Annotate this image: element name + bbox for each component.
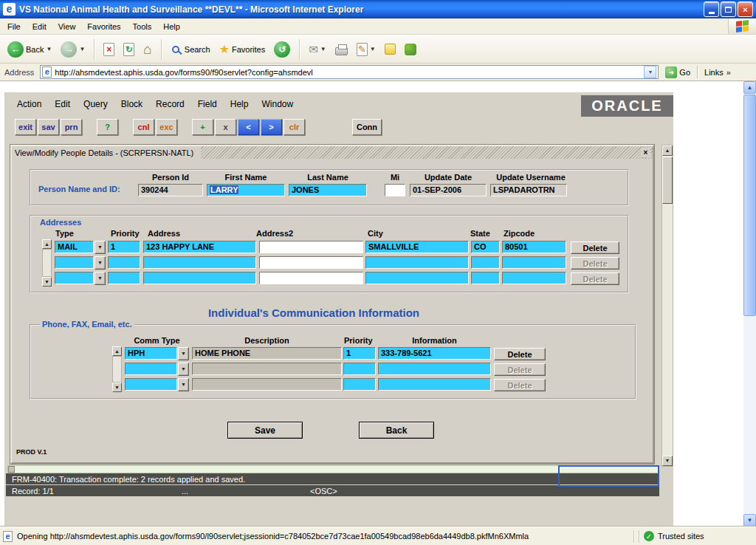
address-delete-button[interactable]: Delete xyxy=(571,241,619,254)
go-button[interactable]: ➜ Go xyxy=(662,66,693,79)
address2-field[interactable] xyxy=(259,241,363,253)
comm-delete-button[interactable]: Delete xyxy=(494,379,546,391)
address2-field[interactable] xyxy=(259,272,363,284)
city-field[interactable]: SMALLVILLE xyxy=(365,241,469,253)
scroll-down-icon[interactable]: ▼ xyxy=(662,456,673,466)
address-delete-button[interactable]: Delete xyxy=(571,272,619,285)
forms-menu-block[interactable]: Block xyxy=(114,97,149,112)
insert-record-button[interactable]: + xyxy=(192,119,213,135)
forms-menu-window[interactable]: Window xyxy=(255,97,300,112)
address-type-field[interactable] xyxy=(55,256,94,269)
comm-type-dropdown[interactable]: ▼ xyxy=(178,363,189,376)
messenger-button[interactable] xyxy=(402,42,419,57)
address-field[interactable]: 123 HAPPY LANE xyxy=(143,241,256,253)
back-button[interactable]: ← Back ▼ xyxy=(4,40,55,59)
comm-information-field[interactable] xyxy=(378,378,491,391)
city-field[interactable] xyxy=(365,272,469,284)
cancel-toolbar-button[interactable]: cnl xyxy=(133,119,154,135)
print-button[interactable] xyxy=(332,42,351,57)
address-field[interactable] xyxy=(143,272,256,284)
minimize-button[interactable] xyxy=(704,1,719,17)
stop-button[interactable]: × xyxy=(100,41,117,58)
state-field[interactable]: CO xyxy=(471,241,500,253)
zipcode-field[interactable] xyxy=(502,256,566,269)
back-dropdown-icon[interactable]: ▼ xyxy=(46,46,52,52)
people-details-titlebar[interactable]: View/Modify People Details - (SCRPERSN-N… xyxy=(12,146,653,159)
edit-dropdown-icon[interactable]: ▼ xyxy=(370,46,376,52)
address-type-field[interactable]: MAIL xyxy=(55,241,94,253)
address-type-dropdown[interactable]: ▼ xyxy=(94,256,106,270)
comm-type-dropdown[interactable]: ▼ xyxy=(178,378,189,391)
address-type-dropdown[interactable]: ▼ xyxy=(94,241,106,254)
clear-toolbar-button[interactable]: clr xyxy=(284,119,305,135)
forms-menu-field[interactable]: Field xyxy=(191,97,224,112)
address-priority-field[interactable]: 1 xyxy=(108,241,140,253)
print-toolbar-button[interactable]: prn xyxy=(61,119,82,135)
address-field[interactable] xyxy=(143,256,256,269)
edit-button[interactable]: ✎ ▼ xyxy=(354,41,379,58)
scrollbar-thumb[interactable] xyxy=(662,157,673,204)
comm-information-field[interactable]: 333-789-5621 xyxy=(378,347,491,360)
forms-menu-edit[interactable]: Edit xyxy=(48,97,77,112)
scrollbar-thumb[interactable] xyxy=(743,95,756,316)
address-type-field[interactable] xyxy=(55,272,94,284)
comm-delete-button[interactable]: Delete xyxy=(494,348,546,360)
comm-delete-button[interactable]: Delete xyxy=(494,363,546,376)
save-button[interactable]: Save xyxy=(227,422,303,439)
menu-file[interactable]: File xyxy=(1,20,27,33)
search-button[interactable]: Search xyxy=(168,43,213,56)
discuss-button[interactable] xyxy=(382,42,399,56)
execute-toolbar-button[interactable]: exc xyxy=(156,119,177,135)
forms-menu-help[interactable]: Help xyxy=(224,97,255,112)
first-name-field[interactable]: LARRY xyxy=(207,184,285,196)
refresh-button[interactable]: ↻ xyxy=(120,41,137,58)
people-details-close-icon[interactable]: × xyxy=(641,148,650,157)
address-dropdown-icon[interactable]: ▼ xyxy=(644,66,656,78)
zipcode-field[interactable]: 80501 xyxy=(502,241,566,253)
scroll-up-icon[interactable]: ▲ xyxy=(662,145,673,156)
menu-tools[interactable]: Tools xyxy=(127,20,158,33)
comm-type-field[interactable]: HPH xyxy=(125,347,177,360)
menu-view[interactable]: View xyxy=(52,20,82,33)
save-toolbar-button[interactable]: sav xyxy=(38,119,59,135)
comm-type-field[interactable] xyxy=(125,363,177,375)
menu-help[interactable]: Help xyxy=(157,20,186,33)
comm-priority-field[interactable] xyxy=(343,378,376,391)
forward-button[interactable]: → ▼ xyxy=(58,40,88,59)
mi-field[interactable] xyxy=(385,184,405,196)
city-field[interactable] xyxy=(365,256,469,269)
favorites-button[interactable]: ★ Favorites xyxy=(216,42,269,57)
menu-edit[interactable]: Edit xyxy=(27,20,52,33)
address-input[interactable]: e http://ahsmdevtest.aphis.usda.gov/form… xyxy=(40,65,659,79)
comm-priority-field[interactable] xyxy=(343,363,376,375)
maximize-button[interactable] xyxy=(721,1,736,17)
back-form-button[interactable]: Back xyxy=(359,422,434,439)
comm-type-dropdown[interactable]: ▼ xyxy=(178,347,189,360)
next-record-button[interactable]: > xyxy=(261,119,282,135)
forms-menu-query[interactable]: Query xyxy=(77,97,114,112)
conn-button[interactable]: Conn xyxy=(352,119,382,135)
comm-information-field[interactable] xyxy=(378,363,491,375)
scroll-down-icon[interactable]: ▼ xyxy=(743,514,756,527)
remove-record-button[interactable]: x xyxy=(215,119,236,135)
help-toolbar-button[interactable]: ? xyxy=(97,119,118,135)
state-field[interactable] xyxy=(471,272,500,284)
comm-type-field[interactable] xyxy=(125,378,177,391)
history-button[interactable]: ↺ xyxy=(271,40,293,59)
state-field[interactable] xyxy=(471,256,500,269)
exit-button[interactable]: exit xyxy=(15,119,36,135)
address-priority-field[interactable] xyxy=(108,272,140,284)
scroll-up-icon[interactable]: ▲ xyxy=(743,81,756,94)
menu-favorites[interactable]: Favorites xyxy=(81,20,126,33)
home-button[interactable]: ⌂ xyxy=(140,41,154,58)
zipcode-field[interactable] xyxy=(502,272,566,284)
focused-status-box[interactable] xyxy=(558,465,659,487)
forms-menu-action[interactable]: Action xyxy=(10,97,48,112)
address-type-dropdown[interactable]: ▼ xyxy=(94,272,106,285)
links-button[interactable]: Links » xyxy=(704,68,731,77)
address2-field[interactable] xyxy=(259,256,363,269)
forward-dropdown-icon[interactable]: ▼ xyxy=(79,46,85,52)
close-button[interactable]: × xyxy=(738,1,753,17)
address-delete-button[interactable]: Delete xyxy=(571,257,619,270)
previous-record-button[interactable]: < xyxy=(238,119,259,135)
